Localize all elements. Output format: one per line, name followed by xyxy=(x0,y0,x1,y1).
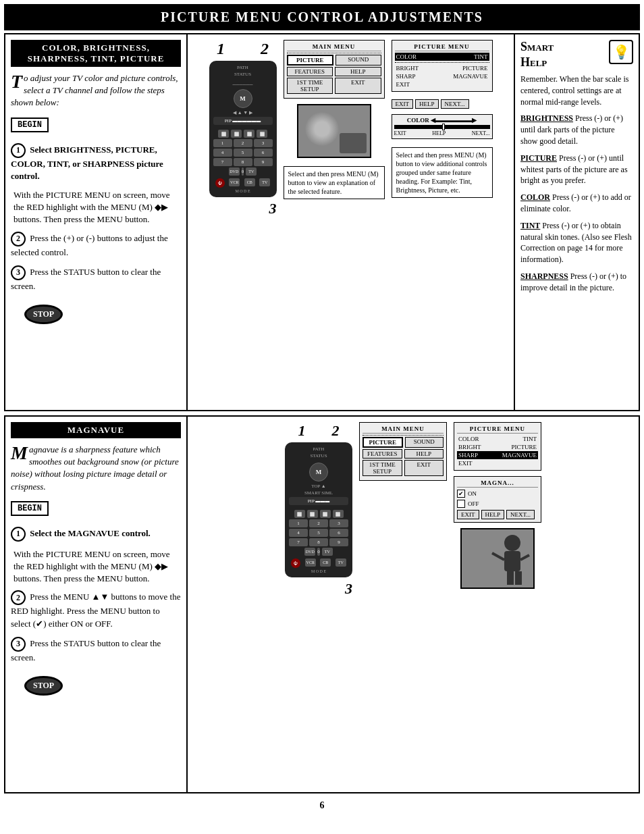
bottom-remote-num-7[interactable]: 7 xyxy=(289,538,308,546)
menu-picture-btn[interactable]: PICTURE xyxy=(287,55,334,66)
bottom-remote-tv2[interactable]: TV xyxy=(336,558,346,567)
begin-button-bottom[interactable]: BEGIN xyxy=(11,501,49,516)
bottom-remote-extra-2[interactable]: ⬜ xyxy=(307,510,318,518)
bottom-remote-num-1[interactable]: 1 xyxy=(289,519,308,527)
bottom-remote-num-2[interactable]: 2 xyxy=(309,519,328,527)
remote-power-btn[interactable]: ⏻ xyxy=(215,178,225,188)
bottom-remote-extra-1[interactable]: ⬜ xyxy=(294,510,305,518)
on-checkbox[interactable]: ✔ xyxy=(457,490,465,498)
picture-menu-title: PICTURE MENU xyxy=(395,43,489,51)
center-layout: 1 2 PATH STATUS ────── M ◀ ▲ ▼ ▶ PIP ▬▬▬… xyxy=(193,40,508,217)
bottom-remote-power[interactable]: ⏻ xyxy=(291,558,300,568)
remote-num-grid: 1 2 3 4 5 6 7 8 9 xyxy=(213,139,273,166)
step-1-detail: With the PICTURE MENU on screen, move th… xyxy=(14,189,181,226)
menu-sound-btn[interactable]: SOUND xyxy=(336,55,381,66)
remote-bottom-special: DVD 0 TV xyxy=(213,167,273,176)
bottom-remote-cb[interactable]: CB xyxy=(320,558,331,567)
bottom-remote-extra-3[interactable]: ⬜ xyxy=(320,510,331,518)
bottom-remote-num-4[interactable]: 4 xyxy=(289,529,308,537)
magnavue-off-item: OFF xyxy=(457,500,538,508)
bottom-remote-menu[interactable]: M xyxy=(309,463,328,481)
person-tv-svg xyxy=(462,529,535,589)
bottom-menu-features[interactable]: FEATURES xyxy=(363,449,402,459)
bottom-main-menu-title: MAIN MENU xyxy=(363,425,444,434)
remote-num-4[interactable]: 4 xyxy=(213,149,232,157)
remote-num-1[interactable]: 1 xyxy=(213,139,232,147)
bottom-remote-spacer2 xyxy=(289,506,348,509)
remote-num-8[interactable]: 8 xyxy=(234,158,252,166)
smart-help-header-row: Smart Help 💡 xyxy=(520,40,633,71)
remote-vcr-btn[interactable]: VCR xyxy=(229,178,240,186)
remote-num-2[interactable]: 2 xyxy=(234,139,252,147)
remote-btn-extra-2[interactable]: ⬜ xyxy=(231,130,242,138)
bottom-remote-num-3[interactable]: 3 xyxy=(329,519,348,527)
bottom-remote-num-5[interactable]: 5 xyxy=(309,529,328,537)
bottom-remote-extra-4[interactable]: ⬜ xyxy=(333,510,344,518)
picture-menu-screens: PICTURE MENU COLOR TINT BRIGHT PICTURE S… xyxy=(392,40,493,217)
remote-num-3[interactable]: 3 xyxy=(254,139,273,147)
remote-num-6[interactable]: 6 xyxy=(254,149,273,157)
bottom-remote-mode: M O D E xyxy=(289,569,348,573)
remote-menu-btn[interactable]: M xyxy=(234,89,252,108)
remote-dvd-btn[interactable]: DVD xyxy=(229,167,240,176)
bottom-menu-setup[interactable]: 1ST TIME SETUP xyxy=(363,460,402,476)
magnavue-next-btn[interactable]: NEXT... xyxy=(506,510,535,519)
menu-setup-btn[interactable]: 1ST TIME SETUP xyxy=(287,78,333,94)
remote-control: PATH STATUS ────── M ◀ ▲ ▼ ▶ PIP ▬▬▬▬▬▬ … xyxy=(209,61,277,197)
bottom-step-3-ind: 3 xyxy=(285,580,352,598)
svg-rect-5 xyxy=(507,571,514,585)
stop-button-bottom[interactable]: STOP xyxy=(24,676,63,696)
svg-rect-6 xyxy=(515,571,522,585)
nav-exit-btn[interactable]: EXIT xyxy=(392,99,414,109)
bottom-remote-num-6[interactable]: 6 xyxy=(329,529,348,537)
bottom-menu-sound[interactable]: SOUND xyxy=(405,437,444,448)
nav-help-btn[interactable]: HELP xyxy=(415,99,439,109)
magnavue-label: MAGNAVUE xyxy=(453,73,487,80)
bottom-remote-tv[interactable]: TV xyxy=(322,548,333,556)
bar-exit: EXIT xyxy=(394,130,406,136)
begin-btn-bottom: BEGIN xyxy=(11,498,181,521)
bottom-menu-exit[interactable]: EXIT xyxy=(404,460,444,476)
remote-btn-extra-3[interactable]: ⬜ xyxy=(244,130,254,138)
remote-btn-extra-1[interactable]: ⬜ xyxy=(218,130,229,138)
bottom-remote-vcr[interactable]: VCR xyxy=(305,558,316,567)
bottom-remote-num-8[interactable]: 8 xyxy=(309,538,328,546)
bottom-step-1-detail: With the PICTURE MENU on screen, move th… xyxy=(14,548,181,585)
remote-num-9[interactable]: 9 xyxy=(254,158,273,166)
off-checkbox[interactable] xyxy=(457,500,465,508)
remote-tv-btn[interactable]: TV xyxy=(246,167,257,176)
menu-exit-btn[interactable]: EXIT xyxy=(335,78,381,94)
remote-btn-extra-4[interactable]: ⬜ xyxy=(257,130,267,138)
remember-text: Remember. When the bar scale is centered… xyxy=(520,74,633,107)
remote-tv2-btn[interactable]: TV xyxy=(259,178,270,186)
bottom-menu-row-2: FEATURES HELP xyxy=(363,449,444,459)
magnavue-exit-btn[interactable]: EXIT xyxy=(457,510,479,519)
picture-label: PICTURE xyxy=(462,65,488,72)
bottom-remote-num-9[interactable]: 9 xyxy=(329,538,348,546)
remote-num-5[interactable]: 5 xyxy=(234,149,252,157)
remote-num-0[interactable]: 0 xyxy=(242,167,244,176)
menu-help-btn[interactable]: HELP xyxy=(335,67,381,76)
bottom-remote-smart: SMART SIML xyxy=(289,490,348,496)
bottom-menu-picture[interactable]: PICTURE xyxy=(363,437,403,448)
begin-button[interactable]: BEGIN xyxy=(11,118,49,132)
bottom-remote-0[interactable]: 0 xyxy=(317,548,320,556)
magnavue-intro-text: agnavue is a sharpness feature which smo… xyxy=(11,444,179,492)
nav-next-btn[interactable]: NEXT... xyxy=(441,99,469,109)
bottom-step-3-label: Press the STATUS button to clear the scr… xyxy=(11,638,161,662)
bottom-menu-help[interactable]: HELP xyxy=(404,449,444,459)
step-3-number: 3 xyxy=(11,265,26,280)
bottom-section: MAGNAVUE M agnavue is a sharpness featur… xyxy=(4,415,640,793)
bottom-step-2-label: Press the MENU ▲▼ buttons to move the RE… xyxy=(11,592,181,628)
remote-bottom-btns: ⏻ VCR CB TV xyxy=(213,178,273,188)
bottom-sharp: SHARP xyxy=(458,452,478,459)
pic-menu-sharp: SHARP MAGNAVUE xyxy=(395,72,489,80)
stop-button[interactable]: STOP xyxy=(24,305,63,324)
remote-num-7[interactable]: 7 xyxy=(213,158,232,166)
bottom-tint: TINT xyxy=(523,436,537,442)
remote-cb-btn[interactable]: CB xyxy=(244,178,255,186)
magnavue-help-btn[interactable]: HELP xyxy=(481,510,505,519)
menu-features-btn[interactable]: FEATURES xyxy=(287,67,333,76)
pic-menu-bright: BRIGHT PICTURE xyxy=(395,64,489,72)
bottom-remote-dvd[interactable]: DVD xyxy=(304,548,315,556)
